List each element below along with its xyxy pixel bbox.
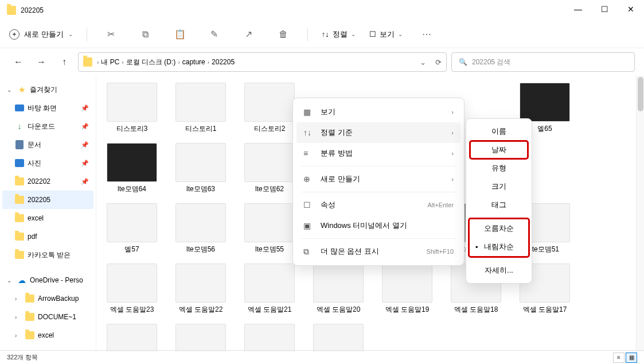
file-name: 엑셀 도움말20 [317, 305, 361, 315]
menu-more-options[interactable]: ⧉ 더 많은 옵션 표시 Shift+F10 [296, 241, 460, 262]
cut-button[interactable]: ✂ [101, 24, 122, 45]
sidebar-item-folder[interactable]: 202202 📌 [2, 172, 93, 191]
pin-icon: 📌 [81, 123, 89, 130]
crumb[interactable]: 내 PC [101, 57, 119, 67]
file-item[interactable]: 엑셀 도움말22 [174, 264, 227, 315]
menu-group-by[interactable]: ≡ 분류 방법 › [296, 143, 460, 164]
thumbnail [107, 203, 157, 242]
crumb[interactable]: 로컬 디스크 (D:) [126, 57, 176, 67]
file-item[interactable]: lte모뎀62 [243, 143, 296, 194]
file-item[interactable]: 티스토리3 [106, 83, 158, 134]
close-button[interactable]: ✕ [618, 0, 644, 18]
submenu-detail[interactable]: 자세히... [470, 261, 528, 280]
search-input[interactable]: 🔍 202205 검색 [451, 52, 635, 72]
separator [307, 28, 308, 41]
thumbnails-view-button[interactable]: ▦ [626, 353, 637, 363]
submenu-date[interactable]: 날짜 [470, 141, 528, 159]
file-item[interactable]: 엘57 [106, 203, 158, 254]
submenu-tag[interactable]: 태그 [470, 196, 528, 214]
file-name: 엘57 [124, 245, 139, 254]
file-item[interactable]: 엑셀 도움말20 [312, 264, 365, 315]
file-name: 엑셀 도움말21 [248, 305, 292, 315]
menu-terminal[interactable]: ▣ Windows 터미널에서 열기 [296, 215, 460, 236]
view-button[interactable]: ☐ 보기 ⌄ [369, 29, 403, 40]
share-button[interactable]: ↗ [239, 24, 259, 45]
file-item[interactable]: 엑셀 도움말14 [243, 324, 296, 351]
file-item[interactable]: 엑셀 도움말15 [174, 324, 227, 351]
back-button[interactable]: ← [9, 53, 28, 71]
status-bar: 322개 항목 ≡ ▦ [0, 350, 644, 364]
file-name: lte모뎀55 [255, 245, 284, 254]
search-placeholder: 202205 검색 [472, 57, 510, 67]
delete-button[interactable]: 🗑 [273, 24, 294, 45]
submenu-name[interactable]: 이름 [470, 122, 528, 141]
sidebar-item-downloads[interactable]: ↓ 다운로드 📌 [2, 117, 93, 135]
sidebar-item-folder[interactable]: pdf [2, 227, 93, 246]
file-item[interactable]: 티스토리1 [174, 83, 227, 134]
submenu-descending[interactable]: • 내림차순 [470, 238, 528, 256]
forward-button[interactable]: → [32, 53, 50, 71]
paste-button[interactable]: 📋 [170, 24, 190, 45]
bullet-icon: • [475, 243, 478, 251]
sidebar-item-folder[interactable]: 카카오톡 받은 [2, 246, 93, 264]
new-button[interactable]: + 새로 만들기 ⌄ [9, 29, 73, 40]
sidebar-item-folder[interactable]: › ArrowBackup [2, 289, 93, 308]
group-icon: ≡ [303, 149, 314, 158]
sidebar-item-folder[interactable]: 202205 [2, 191, 93, 209]
file-item[interactable]: lte모뎀63 [174, 143, 227, 194]
file-item[interactable]: 엑셀 도움말19 [381, 264, 434, 315]
chevron-right-icon: › [451, 176, 454, 183]
more-button[interactable]: ⋯ [416, 24, 437, 45]
breadcrumb[interactable]: › 내 PC › 로컬 디스크 (D:) › capture › 202205 … [78, 52, 447, 72]
sort-button[interactable]: ↑↓ 정렬 ⌄ [322, 29, 356, 40]
submenu-size[interactable]: 크기 [470, 177, 528, 196]
terminal-icon: ▣ [303, 221, 314, 230]
file-item[interactable]: 엑셀 도움말23 [106, 264, 158, 315]
sidebar-item-pictures[interactable]: 사진 📌 [2, 154, 93, 172]
thumbnail [107, 83, 157, 122]
file-item[interactable]: lte모뎀55 [243, 203, 296, 254]
sort-label: 정렬 [333, 29, 348, 40]
up-button[interactable]: ↑ [55, 53, 73, 71]
view-label: 보기 [380, 29, 395, 40]
file-item[interactable]: 티스토리2 [243, 83, 296, 134]
menu-new[interactable]: ⊕ 새로 만들기 › [296, 169, 460, 189]
details-view-button[interactable]: ≡ [613, 353, 625, 363]
chevron-down-icon[interactable]: ⌄ [420, 58, 426, 67]
sidebar: ⌄★ 즐겨찾기 바탕 화면 📌 ↓ 다운로드 📌 문서 📌 사진 📌 20220… [0, 76, 96, 351]
submenu-ascending[interactable]: 오름차순 [470, 219, 528, 238]
minimize-button[interactable]: — [565, 0, 591, 18]
thumbnail [244, 143, 295, 182]
menu-view[interactable]: ▦ 보기 › [296, 102, 460, 122]
submenu-type[interactable]: 유형 [470, 159, 528, 177]
file-item[interactable]: lte모뎀56 [174, 203, 227, 254]
chevron-down-icon: ⌄ [351, 31, 356, 37]
menu-properties[interactable]: ☐ 속성 Alt+Enter [296, 195, 460, 215]
rename-button[interactable]: ✎ [204, 24, 225, 45]
file-item[interactable]: 엑셀 도움말16 [106, 324, 158, 351]
sort-submenu: 이름 날짜 유형 크기 태그 오름차순 • 내림차순 자세히... [466, 118, 532, 284]
sidebar-item-desktop[interactable]: 바탕 화면 📌 [2, 99, 93, 117]
thumbnail [244, 203, 295, 242]
file-item[interactable]: lte모뎀64 [106, 143, 158, 194]
file-item[interactable]: 엑셀 도움말13 [312, 324, 365, 351]
maximize-button[interactable]: ☐ [591, 0, 618, 18]
sidebar-item-folder[interactable]: › excel [2, 326, 93, 344]
menu-sort-by[interactable]: ↑↓ 정렬 기준 › [296, 122, 460, 143]
crumb[interactable]: capture [182, 58, 205, 66]
thumbnail [175, 143, 226, 182]
sidebar-favorites[interactable]: ⌄★ 즐겨찾기 [2, 80, 93, 99]
copy-button[interactable]: ⧉ [135, 24, 156, 45]
scrollbar[interactable] [636, 76, 644, 351]
window-title: 202205 [21, 6, 44, 14]
file-item[interactable]: 엑셀 도움말21 [243, 264, 296, 315]
sidebar-item-folder[interactable]: excel [2, 209, 93, 227]
sidebar-item-documents[interactable]: 문서 📌 [2, 135, 93, 154]
crumb[interactable]: 202205 [212, 58, 235, 66]
sidebar-item-folder[interactable]: › DOCUME~1 [2, 308, 93, 326]
plus-icon: + [9, 29, 19, 40]
file-name: lte모뎀56 [186, 245, 215, 254]
file-name: 티스토리3 [116, 124, 148, 134]
sidebar-onedrive[interactable]: ⌄☁ OneDrive - Perso [2, 271, 93, 289]
refresh-button[interactable]: ⟳ [435, 58, 442, 67]
